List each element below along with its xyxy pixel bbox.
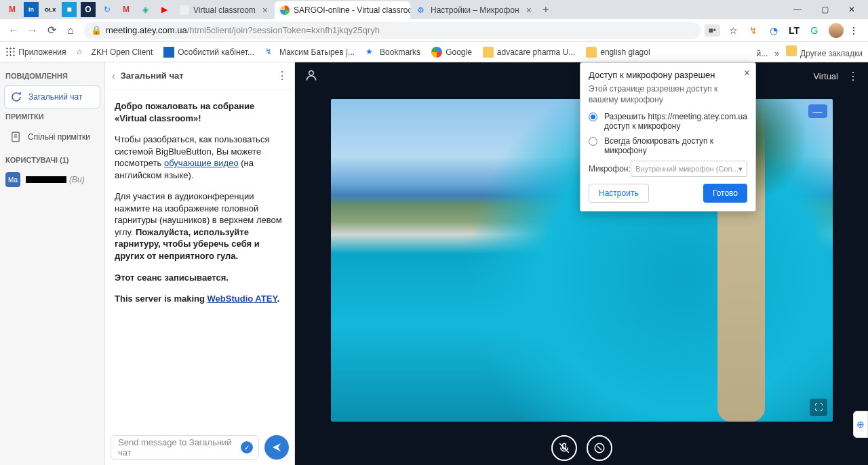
stage-menu-button[interactable]: ⋮ [848, 70, 859, 83]
bookmark-label: ZKH Open Client [92, 47, 153, 57]
bookmark-truncated: й... [757, 49, 768, 58]
tab-favicon [280, 5, 290, 15]
profile-avatar[interactable] [829, 23, 844, 38]
pinned-tab[interactable]: ◈ [138, 2, 153, 17]
chat-recording-notice: Этот сеанс записывается. [115, 272, 285, 284]
radio-checked-icon [589, 113, 597, 121]
chat-back-button[interactable]: ‹ [112, 70, 115, 81]
back-button[interactable]: ← [4, 21, 23, 40]
close-icon[interactable]: × [262, 5, 268, 16]
url-path: /html5client/join?sessionToken=kxnfh1jkq… [187, 25, 380, 35]
bookmark-icon: ★ [366, 47, 376, 58]
bookmark-label: Google [446, 47, 472, 57]
lock-icon: 🔒 [91, 25, 102, 35]
apps-button[interactable]: Приложения [5, 47, 66, 58]
extension-icon[interactable]: ↯ [745, 22, 762, 39]
browser-tab[interactable]: Virtual classroom × [174, 1, 273, 19]
bookmark-icon [163, 47, 174, 58]
chat-icon [10, 91, 22, 103]
bookmark-label: Максим Батырев |... [279, 47, 355, 57]
bookmarks-more-button[interactable]: » [774, 49, 779, 58]
sidebar-item-shared-notes[interactable]: Спільні примітки [4, 126, 100, 148]
reload-button[interactable]: ⟳ [42, 21, 61, 40]
chat-welcome: Добро пожаловать на собрание «Virtual cl… [115, 101, 254, 123]
chat-paragraph: Для участия в аудиоконференции нажмите н… [115, 190, 285, 262]
popup-title: Доступ к микрофону разрешен [589, 70, 747, 80]
new-tab-button[interactable]: + [538, 3, 554, 16]
pinned-tab[interactable]: M [5, 2, 20, 17]
sidebar-item-label: Загальний чат [28, 92, 83, 102]
bookmark-item[interactable]: english glagol [586, 47, 650, 58]
pinned-tab[interactable]: ■ [62, 2, 77, 17]
other-bookmarks[interactable]: Другие закладки [800, 49, 863, 58]
apps-label: Приложения [18, 47, 66, 57]
browser-tab[interactable]: ⚙ Настройки – Микрофон × [412, 1, 537, 19]
perm-option-label: Всегда блокировать доступ к микрофону [604, 136, 747, 155]
bookmark-item[interactable]: advacare pharma U... [483, 47, 575, 58]
users-icon[interactable] [304, 68, 319, 83]
perm-option-label: Разрешить https://meeting.atey.com.ua до… [604, 112, 747, 131]
close-icon[interactable]: × [526, 5, 532, 16]
chat-message-input[interactable]: Send message to Загальний чат ✓ [111, 435, 259, 460]
side-helper-button[interactable]: ⊕ [853, 411, 868, 438]
input-check-icon: ✓ [241, 441, 253, 453]
pinned-tab[interactable]: ▶ [157, 2, 172, 17]
window-close[interactable]: ✕ [838, 0, 865, 19]
window-minimize[interactable]: — [784, 0, 811, 19]
camera-indicator[interactable]: ■• [705, 24, 720, 37]
extension-icon[interactable]: ◔ [766, 22, 782, 39]
pinned-tab[interactable]: OLX [43, 2, 58, 17]
svg-point-1 [309, 70, 314, 75]
chat-header: ‹ Загальний чат ⋮ [105, 62, 294, 89]
folder-icon [483, 47, 494, 58]
extension-icon[interactable]: G [806, 22, 823, 39]
bookmark-item[interactable]: ★Bookmarks [366, 47, 420, 58]
fullscreen-button[interactable]: ⛶ [810, 399, 827, 416]
user-list-item[interactable]: Ma (Ви) [4, 169, 100, 190]
pinned-tab[interactable]: M [119, 2, 134, 17]
mic-select-dropdown[interactable]: Внутренний микрофон (Con... [631, 161, 747, 177]
sidebar-item-public-chat[interactable]: Загальний чат [4, 85, 100, 108]
popup-subtitle: Этой странице разрешен доступ к вашему м… [589, 84, 747, 105]
window-controls: — ▢ ✕ [784, 0, 865, 19]
settings-button[interactable]: Настроить [589, 184, 649, 203]
address-bar: ← → ⟳ ⌂ 🔒 meeting.atey.com.ua/html5clien… [0, 19, 868, 42]
bookmark-item[interactable]: Google [431, 47, 472, 58]
perm-option-block[interactable]: Всегда блокировать доступ к микрофону [589, 136, 747, 155]
pinned-tab[interactable]: in [24, 2, 39, 17]
bookmark-item[interactable]: Особистий кабінет... [163, 47, 254, 58]
tab-title: Настройки – Микрофон [431, 5, 519, 15]
url-input[interactable]: 🔒 meeting.atey.com.ua/html5client/join?s… [84, 22, 701, 39]
pinned-tab[interactable]: ↻ [100, 2, 115, 17]
browser-tab-active[interactable]: SARGOI-online - Virtual classroo × [275, 1, 410, 19]
perm-option-allow[interactable]: Разрешить https://meeting.atey.com.ua до… [589, 112, 747, 131]
left-panel: ПОВІДОМЛЕННЯ Загальний чат ПРИМІТКИ Спіл… [0, 62, 105, 465]
bookmark-label: Bookmarks [380, 47, 420, 57]
mute-mic-button[interactable] [551, 435, 577, 461]
apps-grid-icon [5, 47, 16, 58]
tab-title: Virtual classroom [193, 5, 256, 15]
forward-button[interactable]: → [23, 21, 42, 40]
tutorial-video-link[interactable]: обучающие видео [164, 158, 239, 168]
server-link[interactable]: WebStudio ATEY [208, 294, 277, 304]
chat-menu-button[interactable]: ⋮ [277, 69, 288, 82]
pinned-tab[interactable]: O [81, 2, 96, 17]
window-maximize[interactable]: ▢ [811, 0, 838, 19]
extension-icon[interactable]: LT [786, 22, 802, 39]
done-button[interactable]: Готово [703, 184, 747, 203]
minimize-presentation-button[interactable]: — [808, 104, 827, 118]
redacted-text [26, 176, 66, 183]
home-button[interactable]: ⌂ [61, 21, 80, 40]
leave-audio-button[interactable] [587, 435, 612, 461]
bookmark-star-icon[interactable]: ☆ [725, 22, 741, 39]
tab-favicon: ⚙ [417, 5, 427, 15]
browser-menu-icon[interactable]: ⋮ [846, 22, 862, 39]
bookmark-item[interactable]: ⌂ZKH Open Client [77, 47, 153, 58]
bookmark-icon: ↯ [265, 47, 276, 58]
chat-text: Пожалуйста, используйте гарнитуру, чтобы… [115, 227, 260, 261]
send-button[interactable] [264, 435, 289, 460]
mic-select-row: Микрофон: Внутренний микрофон (Con... [589, 161, 747, 177]
notes-header: ПРИМІТКИ [5, 113, 99, 121]
bookmark-item[interactable]: ↯Максим Батырев |... [265, 47, 355, 58]
popup-close-button[interactable]: × [744, 67, 750, 79]
